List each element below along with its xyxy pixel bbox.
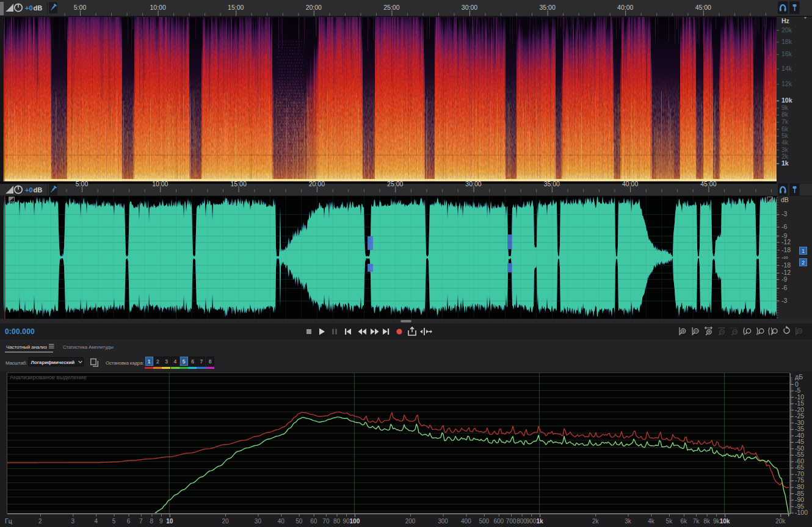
svg-text:-9: -9 bbox=[781, 275, 787, 283]
svg-text:2k: 2k bbox=[592, 518, 600, 525]
svg-text:-18: -18 bbox=[781, 246, 791, 253]
svg-text:90: 90 bbox=[343, 518, 350, 525]
svg-text:25:00: 25:00 bbox=[387, 181, 403, 187]
svg-text:9k: 9k bbox=[713, 518, 720, 525]
svg-text:Анализированое выделение: Анализированое выделение bbox=[10, 374, 87, 380]
svg-text:-100: -100 bbox=[795, 509, 808, 516]
svg-text:10k: 10k bbox=[720, 518, 730, 525]
svg-text:20k: 20k bbox=[775, 518, 786, 525]
svg-text:8k: 8k bbox=[781, 111, 789, 118]
svg-text:20k: 20k bbox=[781, 26, 792, 34]
svg-text:4: 4 bbox=[94, 518, 98, 525]
svg-text:Hz: Hz bbox=[781, 17, 789, 24]
svg-text:9: 9 bbox=[159, 518, 163, 525]
svg-text:45:00: 45:00 bbox=[700, 181, 716, 187]
svg-text:30:00: 30:00 bbox=[462, 4, 477, 11]
svg-text:6k: 6k bbox=[781, 125, 789, 133]
svg-text:5k: 5k bbox=[781, 132, 789, 139]
svg-text:dB: dB bbox=[781, 196, 789, 203]
svg-text:30:00: 30:00 bbox=[465, 181, 481, 187]
svg-text:20: 20 bbox=[222, 518, 229, 525]
svg-text:35:00: 35:00 bbox=[544, 181, 560, 187]
svg-text:30: 30 bbox=[255, 518, 262, 525]
svg-text:10:00: 10:00 bbox=[150, 4, 165, 11]
svg-text:20:00: 20:00 bbox=[306, 4, 322, 11]
svg-text:5: 5 bbox=[112, 518, 116, 525]
svg-text:900: 900 bbox=[526, 518, 537, 525]
svg-text:9k: 9k bbox=[781, 104, 789, 111]
svg-text:3: 3 bbox=[71, 518, 75, 525]
svg-text:15:00: 15:00 bbox=[230, 181, 246, 187]
svg-text:-6: -6 bbox=[781, 223, 787, 230]
svg-text:18k: 18k bbox=[781, 38, 792, 45]
svg-text:Гц: Гц bbox=[5, 517, 12, 525]
svg-text:3k: 3k bbox=[781, 146, 789, 153]
svg-text:3k: 3k bbox=[625, 518, 632, 525]
svg-text:8: 8 bbox=[150, 518, 154, 525]
svg-text:50: 50 bbox=[295, 518, 303, 525]
svg-text:40:00: 40:00 bbox=[617, 4, 633, 11]
svg-text:45:00: 45:00 bbox=[695, 4, 711, 11]
svg-text:5:00: 5:00 bbox=[76, 181, 89, 187]
svg-text:300: 300 bbox=[438, 518, 448, 525]
svg-text:40: 40 bbox=[278, 518, 285, 525]
svg-text:40:00: 40:00 bbox=[622, 181, 638, 187]
svg-text:7k: 7k bbox=[781, 118, 789, 125]
svg-text:12k: 12k bbox=[781, 80, 792, 87]
svg-text:20:00: 20:00 bbox=[309, 181, 325, 187]
svg-text:600: 600 bbox=[493, 518, 504, 525]
svg-text:100: 100 bbox=[350, 518, 360, 525]
svg-text:14k: 14k bbox=[781, 65, 792, 72]
svg-text:-3: -3 bbox=[781, 297, 787, 304]
svg-text:2: 2 bbox=[38, 518, 42, 525]
svg-text:200: 200 bbox=[405, 518, 416, 525]
svg-text:10: 10 bbox=[166, 518, 173, 525]
svg-text:1k: 1k bbox=[781, 159, 789, 167]
svg-text:8k: 8k bbox=[703, 518, 711, 525]
svg-text:4k: 4k bbox=[781, 139, 789, 146]
svg-text:1k: 1k bbox=[536, 518, 543, 525]
svg-text:25:00: 25:00 bbox=[383, 4, 399, 11]
svg-text:60: 60 bbox=[310, 518, 317, 525]
svg-text:4k: 4k bbox=[648, 518, 655, 525]
svg-text:7: 7 bbox=[139, 518, 143, 525]
svg-text:70: 70 bbox=[322, 518, 330, 525]
svg-text:дБ: дБ bbox=[795, 373, 803, 380]
svg-text:400: 400 bbox=[461, 518, 471, 525]
svg-text:15:00: 15:00 bbox=[228, 4, 244, 11]
svg-text:-3: -3 bbox=[781, 210, 787, 217]
svg-text:6: 6 bbox=[127, 518, 131, 525]
svg-text:6k: 6k bbox=[681, 518, 688, 525]
svg-text:-6: -6 bbox=[781, 284, 787, 291]
svg-text:16k: 16k bbox=[781, 50, 792, 57]
svg-text:80: 80 bbox=[333, 518, 341, 525]
svg-text:-12: -12 bbox=[781, 269, 791, 276]
svg-text:5k: 5k bbox=[666, 518, 673, 525]
svg-text:7k: 7k bbox=[693, 518, 700, 525]
svg-text:-12: -12 bbox=[781, 238, 791, 245]
svg-text:700: 700 bbox=[506, 518, 517, 525]
svg-text:-∞: -∞ bbox=[781, 253, 788, 261]
svg-text:35:00: 35:00 bbox=[539, 4, 555, 11]
svg-text:500: 500 bbox=[479, 518, 489, 525]
svg-text:5:00: 5:00 bbox=[74, 4, 87, 11]
svg-text:10k: 10k bbox=[781, 96, 792, 104]
svg-text:10:00: 10:00 bbox=[152, 181, 168, 187]
svg-text:-18: -18 bbox=[781, 261, 791, 269]
